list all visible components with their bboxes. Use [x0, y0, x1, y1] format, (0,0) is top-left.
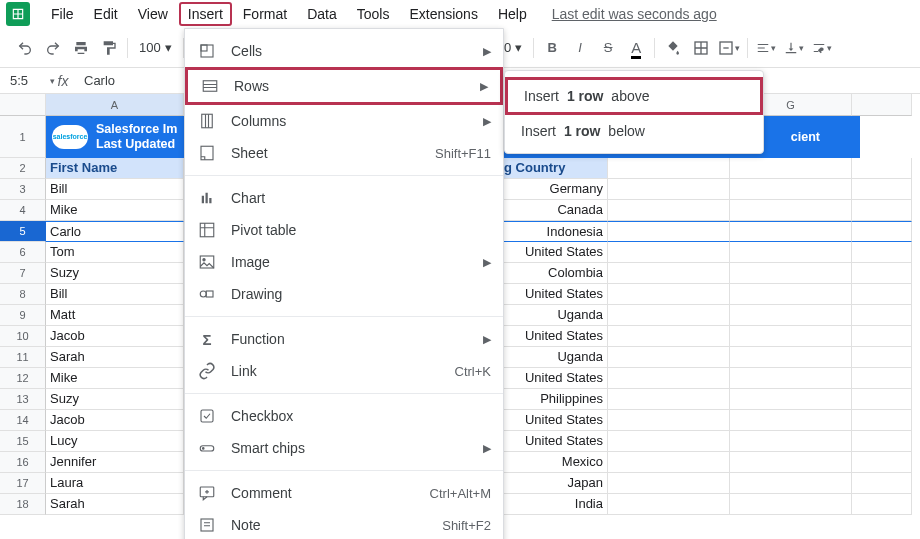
- cell[interactable]: [852, 431, 912, 452]
- cell[interactable]: [608, 221, 730, 242]
- cell-first-name[interactable]: Suzy: [46, 263, 184, 284]
- menu-tools[interactable]: Tools: [348, 2, 399, 26]
- cell[interactable]: [730, 242, 852, 263]
- cell-first-name[interactable]: Sarah: [46, 347, 184, 368]
- menu-file[interactable]: File: [42, 2, 83, 26]
- cell[interactable]: [730, 179, 852, 200]
- cell[interactable]: [608, 179, 730, 200]
- cell[interactable]: [730, 305, 852, 326]
- cell-country[interactable]: Colombia: [500, 263, 608, 284]
- bold-button[interactable]: B: [539, 35, 565, 61]
- cell-first-name[interactable]: Matt: [46, 305, 184, 326]
- cell-country[interactable]: United States: [500, 368, 608, 389]
- redo-button[interactable]: [40, 35, 66, 61]
- cell[interactable]: [608, 410, 730, 431]
- menu-extensions[interactable]: Extensions: [400, 2, 486, 26]
- insert-row-above[interactable]: Insert 1 row above: [505, 77, 763, 115]
- cell-first-name[interactable]: Mike: [46, 200, 184, 221]
- cell-country[interactable]: Indonesia: [500, 221, 608, 242]
- menu-view[interactable]: View: [129, 2, 177, 26]
- insert-menu-note[interactable]: NoteShift+F2: [185, 509, 503, 539]
- cell-country[interactable]: United States: [500, 242, 608, 263]
- cell[interactable]: [730, 263, 852, 284]
- cell-first-name[interactable]: Laura: [46, 473, 184, 494]
- cell[interactable]: [852, 221, 912, 242]
- column-header-A[interactable]: A: [46, 94, 184, 116]
- cell[interactable]: [608, 368, 730, 389]
- cell[interactable]: [608, 326, 730, 347]
- row-header-9[interactable]: 9: [0, 305, 46, 326]
- cell[interactable]: [852, 389, 912, 410]
- row-header-2[interactable]: 2: [0, 158, 46, 179]
- cell[interactable]: [852, 242, 912, 263]
- header-first-name[interactable]: First Name: [46, 158, 184, 179]
- cell[interactable]: [852, 200, 912, 221]
- row-header-17[interactable]: 17: [0, 473, 46, 494]
- insert-menu-smart-chips[interactable]: Smart chips▶: [185, 432, 503, 464]
- row-header-4[interactable]: 4: [0, 200, 46, 221]
- cell[interactable]: [852, 452, 912, 473]
- cell-country[interactable]: Uganda: [500, 305, 608, 326]
- menu-insert[interactable]: Insert: [179, 2, 232, 26]
- row-header-6[interactable]: 6: [0, 242, 46, 263]
- insert-menu-image[interactable]: Image▶: [185, 246, 503, 278]
- cell-country[interactable]: India: [500, 494, 608, 515]
- row-header-1[interactable]: 1: [0, 116, 46, 158]
- insert-menu-columns[interactable]: Columns▶: [185, 105, 503, 137]
- cell[interactable]: [608, 494, 730, 515]
- row-header-8[interactable]: 8: [0, 284, 46, 305]
- cell[interactable]: [852, 347, 912, 368]
- last-edit-link[interactable]: Last edit was seconds ago: [552, 6, 717, 22]
- cell-first-name[interactable]: Lucy: [46, 431, 184, 452]
- cell-first-name[interactable]: Jennifer: [46, 452, 184, 473]
- cell[interactable]: [852, 263, 912, 284]
- vertical-align-button[interactable]: ▾: [781, 35, 807, 61]
- row-header-12[interactable]: 12: [0, 368, 46, 389]
- cell[interactable]: [608, 473, 730, 494]
- borders-button[interactable]: [688, 35, 714, 61]
- undo-button[interactable]: [12, 35, 38, 61]
- paint-format-button[interactable]: [96, 35, 122, 61]
- select-all-cell[interactable]: [0, 94, 46, 116]
- cell[interactable]: [730, 494, 852, 515]
- cell[interactable]: [730, 284, 852, 305]
- insert-row-below[interactable]: Insert 1 row below: [505, 115, 763, 147]
- insert-menu-drawing[interactable]: Drawing: [185, 278, 503, 310]
- cell-first-name[interactable]: Bill: [46, 284, 184, 305]
- cell[interactable]: [730, 389, 852, 410]
- cell[interactable]: [608, 452, 730, 473]
- cell[interactable]: [852, 179, 912, 200]
- cell[interactable]: [608, 200, 730, 221]
- cell[interactable]: [608, 263, 730, 284]
- cell-country[interactable]: United States: [500, 326, 608, 347]
- cell-country[interactable]: Germany: [500, 179, 608, 200]
- zoom-select[interactable]: 100▾: [133, 40, 178, 55]
- row-header-3[interactable]: 3: [0, 179, 46, 200]
- insert-menu-cells[interactable]: Cells▶: [185, 35, 503, 67]
- cell-country[interactable]: United States: [500, 431, 608, 452]
- insert-menu-comment[interactable]: CommentCtrl+Alt+M: [185, 477, 503, 509]
- insert-menu-sheet[interactable]: SheetShift+F11: [185, 137, 503, 169]
- cell[interactable]: [730, 221, 852, 242]
- insert-menu-function[interactable]: ΣFunction▶: [185, 323, 503, 355]
- cell-country[interactable]: Philippines: [500, 389, 608, 410]
- cell-country[interactable]: United States: [500, 284, 608, 305]
- insert-menu-rows[interactable]: Rows▶: [185, 67, 503, 105]
- cell-first-name[interactable]: Bill: [46, 179, 184, 200]
- italic-button[interactable]: I: [567, 35, 593, 61]
- row-header-5[interactable]: 5: [0, 221, 46, 242]
- cell[interactable]: [730, 410, 852, 431]
- cell-first-name[interactable]: Suzy: [46, 389, 184, 410]
- cell[interactable]: [852, 494, 912, 515]
- name-box[interactable]: 5:5▾: [0, 73, 48, 88]
- menu-edit[interactable]: Edit: [85, 2, 127, 26]
- cell-country[interactable]: United States: [500, 410, 608, 431]
- row-header-16[interactable]: 16: [0, 452, 46, 473]
- cell[interactable]: [730, 200, 852, 221]
- cell[interactable]: [608, 347, 730, 368]
- row-header-18[interactable]: 18: [0, 494, 46, 515]
- cell[interactable]: [852, 368, 912, 389]
- insert-menu-pivot-table[interactable]: Pivot table: [185, 214, 503, 246]
- cell-first-name[interactable]: Jacob: [46, 326, 184, 347]
- row-header-10[interactable]: 10: [0, 326, 46, 347]
